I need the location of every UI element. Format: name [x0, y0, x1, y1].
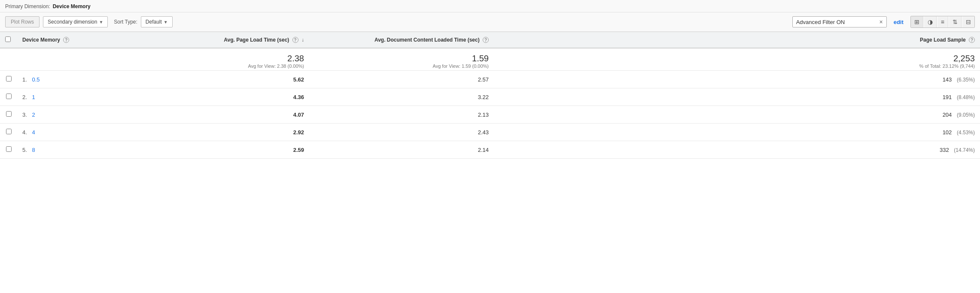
row-device-cell-4: 5. 8	[17, 141, 180, 159]
row-avg-doc-cell-0: 2.57	[309, 71, 494, 88]
row-sample-main-0: 143	[943, 76, 952, 83]
row-sample-pct-1: (8.48%)	[957, 94, 975, 100]
sort-type-label: Sort Type:	[114, 19, 137, 25]
row-rank-0: 1.	[22, 76, 27, 83]
help-icon-avg-load[interactable]: ?	[292, 37, 298, 43]
filter-close-button[interactable]: ×	[880, 18, 883, 25]
row-avg-doc-cell-4: 2.14	[309, 141, 494, 159]
plot-rows-button[interactable]: Plot Rows	[5, 16, 40, 27]
column-label-sample: Page Load Sample	[920, 37, 966, 43]
row-sample-cell-1: 191 (8.48%)	[494, 88, 980, 106]
summary-checkbox-cell	[0, 48, 17, 71]
view-icons-group: ⊞ ◑ ≡ ⇅ ⊟	[910, 16, 975, 28]
row-sample-pct-0: (6.35%)	[957, 77, 975, 83]
row-sample-main-4: 332	[940, 147, 949, 153]
view-list-button[interactable]: ≡	[937, 16, 948, 27]
help-icon-sample[interactable]: ?	[969, 37, 975, 43]
row-sample-main-1: 191	[943, 94, 952, 100]
row-avg-doc-cell-3: 2.43	[309, 124, 494, 141]
column-header-avg-load: Avg. Page Load Time (sec) ? ↓	[180, 32, 309, 48]
row-sample-cell-2: 204 (9.05%)	[494, 106, 980, 124]
summary-avg-doc-sub: Avg for View: 1.59 (0.00%)	[314, 63, 489, 69]
row-rank-3: 4.	[22, 129, 27, 136]
summary-avg-load-cell: 2.38 Avg for View: 2.38 (0.00%)	[180, 48, 309, 71]
row-sample-pct-2: (9.05%)	[957, 112, 975, 118]
secondary-dimension-arrow-icon: ▼	[99, 20, 103, 24]
sort-default-arrow-icon: ▼	[164, 20, 168, 24]
toolbar: Plot Rows Secondary dimension ▼ Sort Typ…	[0, 12, 980, 32]
summary-row: 2.38 Avg for View: 2.38 (0.00%) 1.59 Avg…	[0, 48, 980, 71]
secondary-dimension-dropdown[interactable]: Secondary dimension ▼	[43, 16, 108, 27]
sort-default-dropdown[interactable]: Default ▼	[141, 16, 173, 27]
column-header-avg-doc: Avg. Document Content Loaded Time (sec) …	[309, 32, 494, 48]
summary-sample-sub: % of Total: 23.12% (9,744)	[499, 63, 975, 69]
row-rank-2: 3.	[22, 112, 27, 118]
table-row: 4. 4 2.92 2.43 102 (4.53%)	[0, 124, 980, 141]
sort-default-label: Default	[146, 19, 162, 25]
row-sample-cell-4: 332 (14.74%)	[494, 141, 980, 159]
row-avg-load-cell-2: 4.07	[180, 106, 309, 124]
edit-filter-link[interactable]: edit	[894, 19, 904, 25]
row-sample-main-2: 204	[943, 112, 952, 118]
select-all-header[interactable]	[0, 32, 17, 48]
row-avg-load-cell-4: 2.59	[180, 141, 309, 159]
column-header-sample: Page Load Sample ?	[494, 32, 980, 48]
primary-dimension-bar: Primary Dimension: Device Memory	[0, 0, 980, 12]
column-label-avg-doc: Avg. Document Content Loaded Time (sec)	[374, 37, 480, 43]
row-sample-main-3: 102	[943, 129, 952, 136]
summary-sample-cell: 2,253 % of Total: 23.12% (9,744)	[494, 48, 980, 71]
primary-dimension-value: Device Memory	[53, 3, 91, 9]
row-rank-1: 2.	[22, 94, 27, 100]
row-sample-pct-3: (4.53%)	[957, 130, 975, 136]
select-all-checkbox[interactable]	[5, 36, 11, 42]
help-icon-avg-doc[interactable]: ?	[483, 37, 489, 43]
summary-avg-doc-main: 1.59	[314, 54, 489, 63]
row-device-link-1[interactable]: 1	[32, 94, 35, 100]
primary-dimension-label: Primary Dimension:	[5, 3, 50, 9]
column-label-device: Device Memory	[22, 37, 60, 43]
row-device-link-0[interactable]: 0.5	[32, 76, 40, 83]
table-row: 3. 2 4.07 2.13 204 (9.05%)	[0, 106, 980, 124]
table-row: 1. 0.5 5.62 2.57 143 (6.35%)	[0, 71, 980, 88]
row-avg-load-cell-0: 5.62	[180, 71, 309, 88]
summary-device-cell	[17, 48, 180, 71]
row-checkbox-cell-3[interactable]	[0, 124, 17, 141]
table-row: 2. 1 4.36 3.22 191 (8.48%)	[0, 88, 980, 106]
row-checkbox-2[interactable]	[6, 111, 12, 117]
row-device-link-4[interactable]: 8	[32, 147, 35, 153]
table-row: 5. 8 2.59 2.14 332 (14.74%)	[0, 141, 980, 159]
row-checkbox-1[interactable]	[6, 94, 12, 99]
row-sample-cell-0: 143 (6.35%)	[494, 71, 980, 88]
row-avg-doc-cell-1: 3.22	[309, 88, 494, 106]
view-pivot-button[interactable]: ⊟	[962, 16, 974, 27]
row-checkbox-cell-1[interactable]	[0, 88, 17, 106]
view-compare-button[interactable]: ⇅	[949, 16, 962, 27]
row-checkbox-0[interactable]	[6, 76, 12, 82]
row-checkbox-cell-4[interactable]	[0, 141, 17, 159]
summary-avg-load-sub: Avg for View: 2.38 (0.00%)	[186, 63, 304, 69]
row-device-link-3[interactable]: 4	[32, 129, 35, 136]
row-sample-pct-4: (14.74%)	[954, 147, 975, 153]
row-avg-doc-cell-2: 2.13	[309, 106, 494, 124]
row-checkbox-cell-0[interactable]	[0, 71, 17, 88]
row-checkbox-3[interactable]	[6, 129, 12, 134]
row-device-link-2[interactable]: 2	[32, 112, 35, 118]
row-avg-load-cell-1: 4.36	[180, 88, 309, 106]
row-checkbox-4[interactable]	[6, 146, 12, 152]
help-icon-device[interactable]: ?	[63, 37, 69, 43]
row-checkbox-cell-2[interactable]	[0, 106, 17, 124]
view-pie-button[interactable]: ◑	[924, 16, 937, 27]
table-header-row: Device Memory ? Avg. Page Load Time (sec…	[0, 32, 980, 48]
data-table: Device Memory ? Avg. Page Load Time (sec…	[0, 32, 980, 159]
column-label-avg-load: Avg. Page Load Time (sec)	[224, 37, 289, 43]
row-sample-cell-3: 102 (4.53%)	[494, 124, 980, 141]
view-grid-button[interactable]: ⊞	[911, 16, 923, 27]
summary-sample-main: 2,253	[499, 54, 975, 63]
row-device-cell-0: 1. 0.5	[17, 71, 180, 88]
summary-avg-load-main: 2.38	[186, 54, 304, 63]
row-avg-load-cell-3: 2.92	[180, 124, 309, 141]
sort-arrow-avg-load: ↓	[301, 37, 304, 43]
row-device-cell-3: 4. 4	[17, 124, 180, 141]
filter-text: Advanced Filter ON	[796, 19, 876, 25]
row-device-cell-1: 2. 1	[17, 88, 180, 106]
